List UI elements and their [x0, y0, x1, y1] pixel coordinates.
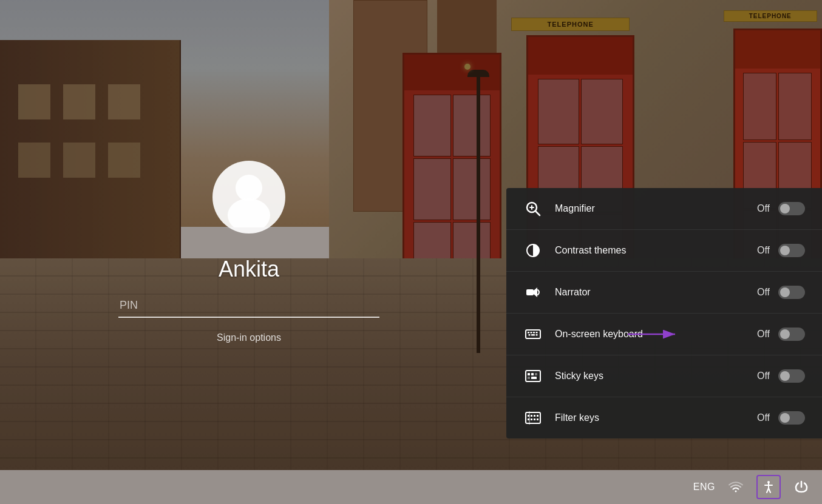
contrast-icon: [523, 241, 543, 260]
svg-rect-13: [536, 332, 538, 334]
contrast-themes-toggle[interactable]: [778, 244, 805, 257]
svg-rect-33: [537, 418, 538, 420]
svg-line-40: [769, 488, 770, 492]
svg-point-1: [228, 198, 270, 227]
svg-rect-23: [528, 377, 530, 379]
filter-keys-toggle[interactable]: [778, 411, 805, 425]
magnifier-status: Off: [757, 203, 770, 214]
sticky-keys-status: Off: [757, 371, 770, 381]
filter-keys-status: Off: [757, 412, 770, 423]
narrator-status: Off: [757, 287, 770, 298]
svg-rect-10: [528, 332, 529, 334]
on-screen-keyboard-item[interactable]: On-screen keyboard Off: [506, 314, 822, 355]
wifi-icon[interactable]: [725, 476, 747, 498]
filter-keys-icon: [523, 408, 543, 428]
magnifier-icon: [523, 199, 543, 218]
avatar: [212, 161, 285, 234]
svg-rect-28: [534, 415, 535, 417]
svg-rect-16: [536, 334, 538, 336]
svg-point-0: [236, 175, 262, 201]
svg-rect-15: [531, 334, 535, 336]
svg-rect-21: [531, 373, 534, 375]
svg-rect-25: [526, 412, 540, 423]
svg-rect-12: [533, 332, 535, 334]
accessibility-panel: Magnifier Off Contrast themes Off Narrat…: [506, 188, 822, 438]
svg-rect-14: [529, 334, 531, 336]
power-icon[interactable]: [790, 476, 812, 498]
magnifier-toggle[interactable]: [778, 202, 805, 215]
language-indicator: ENG: [693, 482, 715, 492]
narrator-item[interactable]: Narrator Off: [506, 272, 822, 314]
username-label: Ankita: [219, 257, 279, 282]
purple-arrow: [628, 325, 682, 343]
contrast-themes-item[interactable]: Contrast themes Off: [506, 230, 822, 272]
svg-rect-11: [531, 332, 532, 334]
keyboard-icon: [523, 324, 543, 344]
svg-line-3: [535, 211, 540, 215]
pin-input-container: [118, 294, 379, 318]
narrator-label: Narrator: [555, 287, 757, 298]
pin-input[interactable]: [118, 294, 379, 318]
narrator-toggle[interactable]: [778, 286, 805, 299]
svg-rect-20: [528, 373, 530, 375]
avatar-svg: [219, 167, 279, 227]
svg-rect-19: [526, 371, 540, 381]
accessibility-button[interactable]: [756, 475, 781, 499]
svg-rect-29: [537, 415, 538, 417]
svg-rect-31: [531, 418, 532, 420]
svg-marker-8: [534, 287, 537, 297]
filter-keys-label: Filter keys: [555, 412, 757, 423]
svg-rect-22: [535, 373, 537, 375]
magnifier-item[interactable]: Magnifier Off: [506, 188, 822, 230]
sticky-keys-item[interactable]: Sticky keys Off: [506, 355, 822, 397]
sticky-keys-toggle[interactable]: [778, 369, 805, 383]
login-panel: Ankita Sign-in options: [0, 0, 498, 504]
svg-rect-32: [534, 418, 535, 420]
signin-options-link[interactable]: Sign-in options: [217, 332, 281, 343]
sticky-keys-label: Sticky keys: [555, 371, 757, 381]
contrast-themes-label: Contrast themes: [555, 245, 757, 256]
svg-rect-24: [531, 377, 537, 379]
svg-point-35: [735, 491, 737, 492]
narrator-icon: [523, 283, 543, 302]
svg-rect-27: [531, 415, 532, 417]
sticky-keys-icon: [523, 366, 543, 386]
contrast-themes-status: Off: [757, 245, 770, 256]
on-screen-keyboard-status: Off: [757, 329, 770, 340]
taskbar: ENG: [0, 470, 822, 504]
filter-keys-item[interactable]: Filter keys Off: [506, 397, 822, 438]
avatar-container: [212, 161, 285, 234]
on-screen-keyboard-toggle[interactable]: [778, 328, 805, 341]
magnifier-label: Magnifier: [555, 203, 757, 214]
svg-rect-7: [526, 289, 534, 295]
